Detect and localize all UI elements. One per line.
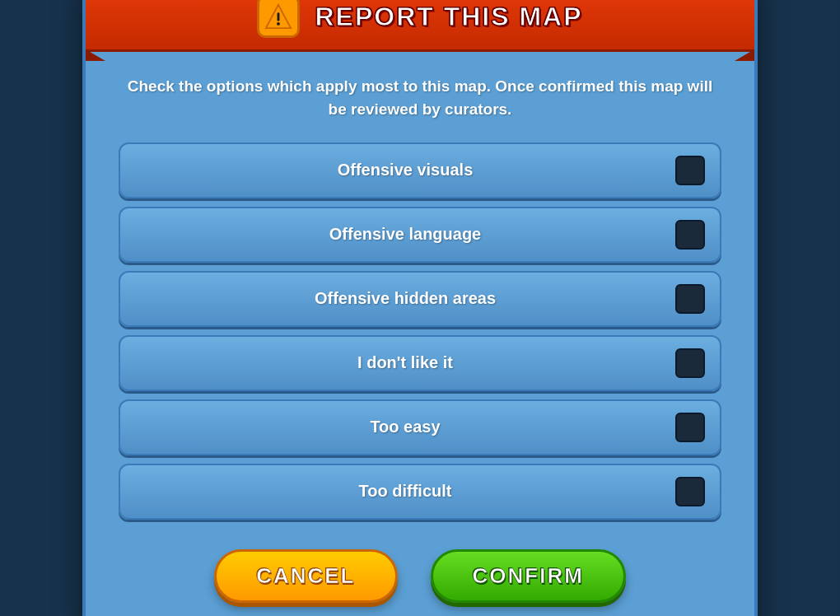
warning-icon [257,0,300,38]
option-label-offensive-visuals: Offensive visuals [135,161,675,180]
option-row-too-easy[interactable]: Too easy [119,399,721,455]
dialog-body: Check the options which apply most to th… [86,52,754,532]
option-label-offensive-hidden-areas: Offensive hidden areas [135,289,675,308]
report-dialog: Report This Map Check the options which … [82,0,758,616]
dialog-footer: Cancel Confirm [86,533,754,609]
option-row-offensive-hidden-areas[interactable]: Offensive hidden areas [119,271,721,327]
option-row-dont-like-it[interactable]: I don't like it [119,335,721,391]
svg-point-2 [278,23,281,26]
checkbox-too-easy[interactable] [675,413,705,442]
dialog-description: Check the options which apply most to th… [119,75,721,120]
option-label-dont-like-it: I don't like it [135,353,675,372]
dialog-title: Report This Map [315,2,582,32]
svg-rect-1 [278,13,280,21]
checkbox-offensive-language[interactable] [675,220,705,250]
confirm-button[interactable]: Confirm [431,549,626,603]
option-row-offensive-language[interactable]: Offensive language [119,207,721,263]
option-label-offensive-language: Offensive language [135,225,675,244]
checkbox-offensive-visuals[interactable] [675,156,705,185]
cancel-button[interactable]: Cancel [214,549,397,603]
option-label-too-difficult: Too difficult [135,482,675,501]
option-row-too-difficult[interactable]: Too difficult [119,464,721,520]
options-list: Offensive visualsOffensive languageOffen… [119,142,721,520]
checkbox-offensive-hidden-areas[interactable] [675,284,705,314]
dialog-header: Report This Map [86,0,754,52]
checkbox-too-difficult[interactable] [675,477,705,506]
option-label-too-easy: Too easy [135,418,675,436]
checkbox-dont-like-it[interactable] [675,348,705,378]
option-row-offensive-visuals[interactable]: Offensive visuals [119,142,721,198]
